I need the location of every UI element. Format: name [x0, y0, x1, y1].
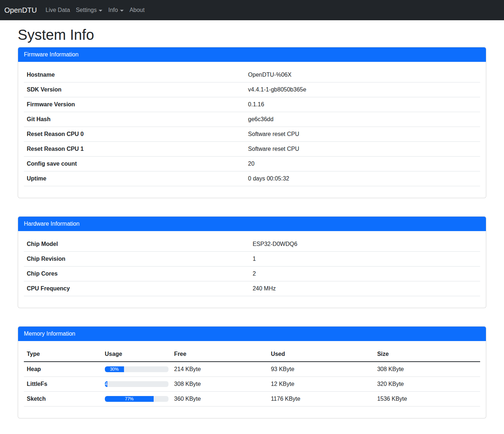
- brand-logo[interactable]: OpenDTU: [4, 6, 37, 14]
- chevron-down-icon: [99, 10, 102, 12]
- table-header-row: Type Usage Free Used Size: [24, 347, 480, 362]
- memory-usage-cell: 77%: [102, 392, 171, 407]
- main-content: System Info Firmware Information Hostnam…: [13, 26, 491, 418]
- row-value: Software reset CPU: [245, 142, 480, 157]
- column-header-usage: Usage: [102, 347, 171, 362]
- row-label: Firmware Version: [24, 97, 245, 112]
- firmware-table: Hostname OpenDTU-%06X SDK Version v4.4.1…: [24, 68, 480, 186]
- memory-type: Sketch: [24, 392, 102, 407]
- usage-progress-track: 30%: [105, 366, 168, 372]
- hardware-card-header: Hardware Information: [18, 217, 486, 231]
- row-label: Git Hash: [24, 112, 245, 127]
- row-value: 0 days 00:05:32: [245, 171, 480, 186]
- firmware-information-card: Firmware Information Hostname OpenDTU-%0…: [18, 47, 486, 198]
- row-value: 240 MHz: [250, 281, 480, 296]
- nav-item-settings[interactable]: Settings: [73, 4, 106, 16]
- nav-item-label: Info: [108, 7, 118, 13]
- usage-progress-bar: 4: [105, 381, 107, 387]
- nav-item-about[interactable]: About: [127, 4, 148, 16]
- memory-used: 93 KByte: [268, 362, 374, 377]
- memory-card-body: Type Usage Free Used Size Heap 30%: [18, 341, 486, 418]
- table-row: LittleFs 4 308 KByte 12 KByte 320 KByte: [24, 377, 480, 392]
- firmware-card-body: Hostname OpenDTU-%06X SDK Version v4.4.1…: [18, 62, 486, 198]
- table-row: Git Hash ge6c36dd: [24, 112, 480, 127]
- row-label: Reset Reason CPU 0: [24, 127, 245, 142]
- chevron-down-icon: [120, 10, 124, 12]
- row-label: Hostname: [24, 68, 245, 82]
- table-row: Reset Reason CPU 0 Software reset CPU: [24, 127, 480, 142]
- row-value: 1: [250, 252, 480, 267]
- row-label: Chip Model: [24, 237, 250, 252]
- memory-table: Type Usage Free Used Size Heap 30%: [24, 347, 480, 407]
- nav-item-label: About: [129, 7, 145, 13]
- memory-free: 360 KByte: [171, 392, 268, 407]
- navbar-menu: Live Data Settings Info About: [43, 4, 148, 16]
- table-row: Config save count 20: [24, 157, 480, 171]
- memory-size: 308 KByte: [374, 362, 480, 377]
- row-value: v4.4.1-1-gb8050b365e: [245, 82, 480, 97]
- nav-item-label: Settings: [76, 7, 97, 13]
- usage-progress-bar: 30%: [105, 366, 124, 372]
- row-value: 0.1.16: [245, 97, 480, 112]
- nav-item-info[interactable]: Info: [105, 4, 127, 16]
- firmware-card-header: Firmware Information: [18, 47, 486, 62]
- row-value: Software reset CPU: [245, 127, 480, 142]
- table-row: Sketch 77% 360 KByte 1176 KByte 1536 KBy…: [24, 392, 480, 407]
- page-title: System Info: [18, 26, 486, 43]
- column-header-size: Size: [374, 347, 480, 362]
- row-value: 20: [245, 157, 480, 171]
- row-label: Reset Reason CPU 1: [24, 142, 245, 157]
- memory-usage-cell: 4: [102, 377, 171, 392]
- hardware-card-body: Chip Model ESP32-D0WDQ6 Chip Revision 1 …: [18, 231, 486, 308]
- row-value: ESP32-D0WDQ6: [250, 237, 480, 252]
- memory-information-card: Memory Information Type Usage Free Used …: [18, 326, 486, 418]
- row-value: OpenDTU-%06X: [245, 68, 480, 82]
- table-row: SDK Version v4.4.1-1-gb8050b365e: [24, 82, 480, 97]
- table-row: Hostname OpenDTU-%06X: [24, 68, 480, 82]
- memory-type: Heap: [24, 362, 102, 377]
- table-row: Uptime 0 days 00:05:32: [24, 171, 480, 186]
- row-value: ge6c36dd: [245, 112, 480, 127]
- memory-free: 308 KByte: [171, 377, 268, 392]
- usage-progress-track: 4: [105, 381, 168, 387]
- row-label: Chip Cores: [24, 267, 250, 281]
- row-label: Config save count: [24, 157, 245, 171]
- navbar: OpenDTU Live Data Settings Info About: [0, 0, 504, 20]
- usage-progress-track: 77%: [105, 396, 168, 402]
- column-header-free: Free: [171, 347, 268, 362]
- row-value: 2: [250, 267, 480, 281]
- hardware-table: Chip Model ESP32-D0WDQ6 Chip Revision 1 …: [24, 237, 480, 296]
- column-header-type: Type: [24, 347, 102, 362]
- table-row: Chip Revision 1: [24, 252, 480, 267]
- table-row: Chip Cores 2: [24, 267, 480, 281]
- nav-item-label: Live Data: [46, 7, 70, 13]
- table-row: Reset Reason CPU 1 Software reset CPU: [24, 142, 480, 157]
- hardware-information-card: Hardware Information Chip Model ESP32-D0…: [18, 216, 486, 308]
- row-label: Chip Revision: [24, 252, 250, 267]
- row-label: Uptime: [24, 171, 245, 186]
- table-row: Chip Model ESP32-D0WDQ6: [24, 237, 480, 252]
- memory-used: 1176 KByte: [268, 392, 374, 407]
- nav-item-live-data[interactable]: Live Data: [43, 4, 73, 16]
- table-row: CPU Frequency 240 MHz: [24, 281, 480, 296]
- row-label: SDK Version: [24, 82, 245, 97]
- table-row: Firmware Version 0.1.16: [24, 97, 480, 112]
- row-label: CPU Frequency: [24, 281, 250, 296]
- usage-progress-bar: 77%: [105, 396, 154, 402]
- column-header-used: Used: [268, 347, 374, 362]
- memory-card-header: Memory Information: [18, 327, 486, 341]
- memory-size: 1536 KByte: [374, 392, 480, 407]
- table-row: Heap 30% 214 KByte 93 KByte 308 KByte: [24, 362, 480, 377]
- memory-size: 320 KByte: [374, 377, 480, 392]
- memory-free: 214 KByte: [171, 362, 268, 377]
- memory-usage-cell: 30%: [102, 362, 171, 377]
- memory-type: LittleFs: [24, 377, 102, 392]
- memory-used: 12 KByte: [268, 377, 374, 392]
